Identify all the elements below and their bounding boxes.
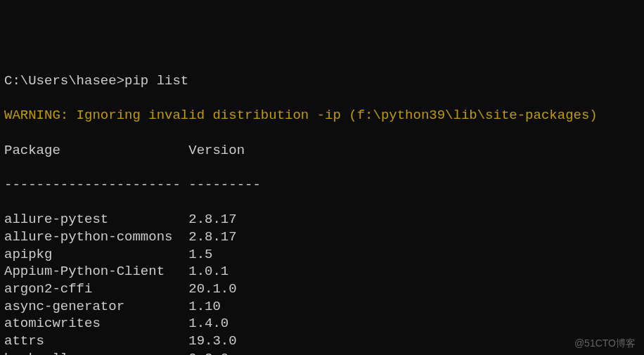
table-row: Appium-Python-Client 1.0.1 (4, 263, 640, 280)
header-package: Package (4, 143, 188, 158)
watermark: @51CTO博客 (574, 337, 636, 349)
package-name: argon2-cffi (4, 281, 188, 297)
command-prompt-line: C:\Users\hasee>pip list (4, 72, 640, 90)
package-version: 20.1.0 (188, 281, 236, 297)
package-version: 1.5 (188, 247, 212, 262)
header-version: Version (188, 143, 245, 158)
prompt-path: C:\Users\hasee> (4, 73, 124, 89)
prompt-command: pip list (124, 73, 188, 89)
package-name: apipkg (4, 247, 188, 262)
package-version: 1.0.1 (188, 264, 228, 279)
table-row: argon2-cffi 20.1.0 (4, 280, 640, 298)
package-name: backcall (4, 351, 188, 355)
divider-package: ---------------------- (4, 177, 188, 193)
table-row: attrs 19.3.0 (4, 333, 640, 350)
package-name: attrs (4, 333, 188, 349)
package-version: 0.2.0 (188, 351, 228, 355)
package-version: 1.10 (188, 299, 221, 314)
package-name: Appium-Python-Client (4, 264, 188, 279)
package-name: allure-pytest (4, 212, 188, 227)
table-row: apipkg 1.5 (4, 246, 640, 264)
package-list: allure-pytest 2.8.17allure-python-common… (4, 211, 640, 355)
package-name: allure-python-commons (4, 229, 188, 245)
table-row: allure-pytest 2.8.17 (4, 211, 640, 228)
table-header: Package Version (4, 142, 640, 160)
package-name: async-generator (4, 299, 188, 314)
package-version: 2.8.17 (188, 212, 236, 227)
package-version: 2.8.17 (188, 229, 236, 245)
divider-version: --------- (188, 177, 261, 193)
package-name: atomicwrites (4, 316, 188, 331)
warning-message: WARNING: Ignoring invalid distribution -… (4, 107, 640, 124)
package-version: 1.4.0 (188, 316, 228, 331)
table-row: async-generator 1.10 (4, 298, 640, 316)
table-row: backcall 0.2.0 (4, 350, 640, 355)
package-version: 19.3.0 (188, 333, 236, 349)
table-row: atomicwrites 1.4.0 (4, 315, 640, 333)
table-divider: ---------------------- --------- (4, 176, 640, 194)
table-row: allure-python-commons 2.8.17 (4, 228, 640, 246)
